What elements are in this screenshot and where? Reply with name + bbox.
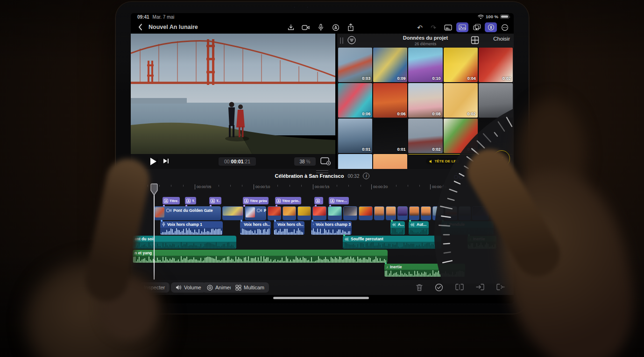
video-viewer[interactable] (131, 34, 335, 154)
draw-button[interactable] (330, 22, 342, 32)
viewer-display-icon (320, 157, 331, 165)
video-clip-strip (298, 216, 311, 220)
overwrite-clip-icon (496, 283, 505, 291)
audio-clip-sfx[interactable]: A... (390, 221, 405, 235)
video-clip[interactable] (222, 206, 243, 220)
video-clip[interactable]: Pont du Golden Gate (154, 206, 221, 220)
volume-button[interactable]: Volume (171, 282, 206, 293)
audio-clip-voice[interactable]: Voix hors ch... (274, 221, 304, 235)
browser-item[interactable]: 0:03 (338, 48, 372, 82)
delete-button[interactable] (415, 283, 424, 292)
audio-clip-label: n et yang (134, 251, 152, 255)
redo-button[interactable]: ↷ (427, 22, 439, 32)
video-clip-strip (375, 216, 384, 220)
connect-dot (311, 220, 313, 222)
title-clip[interactable]: ATitre... (163, 197, 180, 204)
video-clip-thumbnail (155, 207, 164, 217)
timecode-display[interactable]: 00:00:01:21 (219, 157, 256, 166)
browser-item[interactable] (373, 154, 407, 169)
playhead-handle[interactable] (150, 183, 158, 196)
more-button[interactable] (499, 22, 511, 32)
video-clip[interactable] (343, 206, 357, 220)
play-button[interactable] (150, 158, 157, 165)
audio-clip-voice[interactable]: Voix hors ch... (240, 221, 271, 235)
battery-icon (500, 14, 509, 19)
zoom-value: 38 (299, 159, 304, 164)
title-clip[interactable]: AT... (209, 197, 221, 204)
info-button[interactable]: i (363, 173, 369, 179)
browser-item[interactable]: 0:06 (338, 83, 372, 118)
ruler-minor-tick (230, 185, 231, 187)
browser-item[interactable]: 0:01 (373, 119, 407, 153)
viewer-display-button[interactable] (320, 157, 331, 167)
grid-icon (471, 36, 479, 44)
video-clip-strip (328, 216, 341, 220)
browser-item[interactable]: 0:02 (479, 48, 513, 82)
video-clip[interactable] (397, 206, 408, 220)
video-clip[interactable] (297, 206, 311, 220)
back-button[interactable] (136, 23, 144, 31)
video-clip[interactable] (268, 206, 281, 220)
video-clip[interactable] (328, 206, 342, 220)
browser-item[interactable] (338, 154, 372, 169)
browser-item[interactable]: 0:09 (373, 48, 407, 82)
title-clip[interactable]: A... (314, 197, 323, 204)
jog-dial[interactable] (420, 78, 514, 284)
more-icon (501, 24, 509, 31)
audio-clip-voice[interactable]: Voix hors champ 3 (311, 221, 352, 235)
choose-button[interactable]: Choisir (493, 36, 510, 42)
title-clip-label: T... (216, 199, 220, 203)
jog-wheel-button[interactable] (485, 22, 497, 32)
sensor-dot (306, 6, 309, 8)
video-clip-thumbnail (313, 207, 326, 216)
video-clip[interactable] (283, 206, 296, 220)
video-clip[interactable] (374, 206, 384, 220)
browser-item[interactable]: 0:10 (408, 48, 442, 82)
media-star-button[interactable] (471, 22, 483, 32)
ruler-label: 00:00:05 (197, 185, 211, 189)
camera-icon (302, 24, 310, 31)
clip-duration: 0:09 (397, 76, 405, 81)
insert-clip-button[interactable] (475, 283, 485, 292)
video-clip[interactable] (359, 206, 373, 220)
video-clip[interactable]: P... (245, 206, 266, 220)
browser-item[interactable]: 0:04 (444, 48, 478, 82)
audio-clip-voice[interactable]: Voix hors champ 1 (160, 221, 223, 235)
title-clip[interactable]: AT... (185, 197, 196, 204)
captions-button[interactable] (442, 22, 454, 32)
playhead[interactable] (154, 184, 155, 280)
ruler-minor-tick (171, 185, 171, 187)
inspect-button[interactable]: Inspecter (139, 282, 170, 293)
multicam-button[interactable]: Multicam (231, 282, 269, 293)
split-clip-button[interactable] (455, 283, 464, 292)
video-clip[interactable] (386, 206, 396, 220)
share-button[interactable] (345, 22, 357, 32)
video-clip-strip (223, 216, 243, 220)
next-frame-button[interactable] (163, 157, 169, 166)
grid-view-button[interactable] (470, 35, 480, 46)
title-clip[interactable]: ATitre... (329, 197, 349, 204)
undo-button[interactable]: ↶ (414, 22, 426, 32)
title-clip[interactable]: ATitre prin... (275, 197, 301, 204)
audio-clip-music[interactable]: n et yang (133, 250, 388, 263)
audio-clip-sfx[interactable]: ent du soir (133, 236, 236, 249)
title-clip[interactable]: ATitre princ... (243, 197, 269, 204)
browser-item[interactable]: 0:06 (373, 83, 407, 118)
overwrite-clip-button[interactable] (496, 283, 505, 292)
close-dial-button[interactable]: × (493, 150, 510, 167)
home-indicator[interactable] (273, 297, 369, 299)
import-button[interactable] (285, 22, 297, 32)
date: Mar. 7 mai (153, 14, 175, 20)
video-clip[interactable] (409, 206, 419, 220)
inspect-label: Inspecter (144, 285, 165, 290)
ruler-minor-tick (301, 185, 302, 187)
video-clip[interactable] (312, 206, 326, 220)
microphone-button[interactable] (315, 22, 327, 32)
browser-item[interactable]: 0:01 (338, 119, 372, 153)
video-clip-thumbnail (386, 207, 396, 216)
zoom-level[interactable]: 38% (294, 157, 316, 166)
photos-browser-button[interactable] (456, 22, 468, 32)
camera-button[interactable] (300, 22, 312, 32)
approve-button[interactable] (434, 283, 444, 292)
camera-icon (257, 209, 262, 212)
